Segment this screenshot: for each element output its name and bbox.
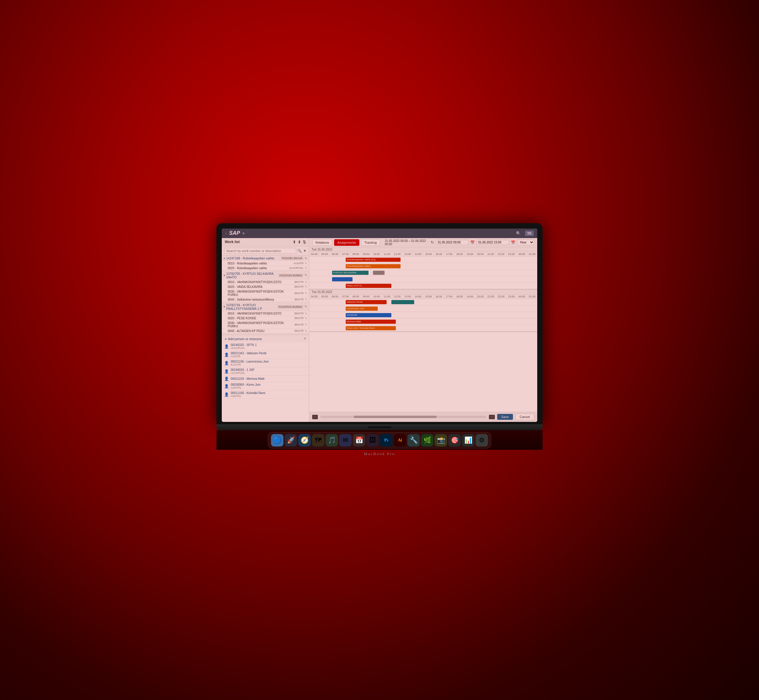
time-15: 15:00: [423, 252, 434, 256]
nav-prev-btn[interactable]: ‹: [312, 415, 318, 419]
cancel-button[interactable]: Cancel: [515, 414, 534, 420]
person-item-7[interactable]: 👤 00011168 - Kivimäki Rami A3MTR1: [222, 391, 309, 399]
tab-relations[interactable]: Relations: [312, 239, 333, 246]
work-item-1-title: 14247188 - Robotikaapelien vaihto: [226, 256, 280, 260]
date-to-input[interactable]: [476, 240, 509, 245]
upload-icon[interactable]: ⬆: [293, 240, 296, 244]
dock-icon-finder[interactable]: 🔵: [271, 434, 283, 447]
dock-icon-app4[interactable]: 🌿: [421, 434, 433, 447]
work-sub-item-3-2[interactable]: 0020 - PESE KOHDE BM1TR ✎: [222, 316, 309, 321]
dock-icon-launchpad[interactable]: 🚀: [285, 434, 297, 447]
work-sub-item-2-3[interactable]: 0030 - VAHINKOKAYNISTYKSEN ESTON PURKU B…: [222, 289, 309, 297]
add-person-bar[interactable]: + Add person or resource ↗: [222, 335, 309, 342]
gantt-section-2: Tue 31.05.2022 04:00 05:00 06:00 07:00 0…: [309, 290, 537, 332]
tab-tracking[interactable]: Tracking: [361, 239, 380, 246]
gantt-bar-person-2[interactable]: Lamminsivu Joni: [346, 306, 378, 311]
save-button[interactable]: Save: [497, 414, 513, 420]
refresh-icon[interactable]: ↻: [431, 240, 434, 245]
person-item-6[interactable]: 👤 00030069 - Kirmo Joni A2MTR1: [222, 382, 309, 391]
search-icon[interactable]: 🔍: [514, 230, 523, 236]
nav-back-arrow[interactable]: ‹: [225, 231, 227, 236]
dock-icon-app5[interactable]: 📸: [435, 434, 447, 447]
dock-icon-mail[interactable]: ✉: [339, 434, 351, 447]
date-from-input[interactable]: [436, 240, 469, 245]
dock-icon-app6[interactable]: 🎯: [448, 434, 461, 447]
person-item-2[interactable]: 👤 00021343 - Valtonen Pentti A25ATR: [222, 351, 309, 359]
gantt-bar-blue-1[interactable]: [332, 277, 353, 281]
dock-icon-photos[interactable]: 🖼: [367, 434, 379, 447]
work-sub-item-1-2[interactable]: 0020 - Robotikaapelien vaihto ULKOPUOL ✎: [222, 266, 309, 271]
gantt-bar-person-1b[interactable]: [391, 300, 414, 304]
gantt-row-content-2-4: Merinea Matti: [309, 319, 537, 325]
dock-icon-app3[interactable]: 🔧: [408, 434, 420, 447]
work-sub-item-3-1[interactable]: 0010 - VAHINKOKAYNISTYKSEN ESTO BM1TR ✎: [222, 311, 309, 316]
time-17: 17:00: [444, 252, 454, 256]
time-14: 14:00: [413, 252, 423, 256]
scroll-area[interactable]: [320, 416, 487, 418]
person-item-3[interactable]: 👤 00021195 - Lamminsivu Joni E1SATR: [222, 359, 309, 367]
work-list-items: ▾ 14247188 - Robotikaapelien vaihto P222…: [222, 256, 309, 335]
dock-icon-photoshop[interactable]: Ps: [380, 434, 392, 447]
work-item-2-header[interactable]: ▾ 13782705 - KYRTUO SELKAVIRA VAHTO P222…: [222, 271, 309, 280]
person-item-1[interactable]: 👤 00240325 - SPTK 1 ULKOPUOL: [222, 342, 309, 351]
work-sub-item-3-3[interactable]: 0030 - VAHINKOKAYNISTYKSEN ESTON PURKU B…: [222, 321, 309, 329]
nav-dropdown-arrow[interactable]: ▾: [242, 231, 245, 236]
gantt-bar-person-1[interactable]: Valtonen Pentti: [346, 300, 387, 304]
screen: ‹ SAP ▾ 🔍 TK Work list: [222, 228, 537, 422]
gantt-row-content-1-4: [309, 276, 537, 282]
work-item-1-edit[interactable]: ✎: [305, 256, 307, 260]
person-item-5[interactable]: 👤 00021229 - Merinea Matti: [222, 376, 309, 382]
dock-icon-app7[interactable]: 📊: [462, 434, 474, 447]
gantt-row-1-3: KYRTUO SELKAVIRA: [309, 269, 537, 276]
gantt-bar-gray-1[interactable]: [373, 271, 384, 275]
gantt-bar-person-3[interactable]: 00240028: [346, 313, 391, 317]
nav-next-btn[interactable]: ›: [489, 415, 495, 419]
user-badge[interactable]: TK: [525, 231, 534, 236]
work-item-3-title: 13782734 - KYRTUO PAALLYSTYSASEMA 1 P: [226, 303, 276, 311]
dock-icon-calendar[interactable]: 📅: [353, 434, 365, 447]
gantt-time-row-1: 04:00 05:00 06:00 07:00 08:00 09:00 10:0…: [309, 252, 537, 256]
person-item-4[interactable]: 👤 00240028 - 1 JSP ULKOPUOL: [222, 367, 309, 376]
person-icon-6: 👤: [224, 384, 229, 388]
gantt-bar-person-5[interactable]: Kirmo Joni / Kivimäki Rami: [346, 326, 396, 330]
calendar-from-icon[interactable]: 📅: [470, 241, 475, 245]
panel-title: Work list: [225, 240, 240, 244]
work-sub-item-1-1[interactable]: 0010 - Robotikaapelien vaihto A1SATR ✎: [222, 261, 309, 266]
time-23: 23:00: [506, 252, 517, 256]
download-icon[interactable]: ⬇: [298, 240, 301, 244]
work-item-1: ▾ 14247188 - Robotikaapelien vaihto P222…: [222, 256, 309, 271]
calendar-to-icon[interactable]: 📅: [511, 241, 515, 245]
dock-icon-safari[interactable]: 🧭: [298, 434, 311, 447]
work-item-3-header[interactable]: ▾ 13782734 - KYRTUO PAALLYSTYSASEMA 1 P …: [222, 302, 309, 311]
work-item-1-header[interactable]: ▾ 14247188 - Robotikaapelien vaihto P222…: [222, 256, 309, 261]
search-button-icon[interactable]: 🔍: [297, 249, 302, 253]
gantt-bar-teal-1[interactable]: KYRTUO SELKAVIRA: [332, 271, 369, 275]
gantt-bar-orange-1[interactable]: Robotikaapelien vaihto: [346, 264, 401, 268]
work-sub-item-2-2[interactable]: 0020 - VAIDA SELKAVIRA BM1TR ✎: [222, 284, 309, 289]
tab-assignments[interactable]: Assignments: [334, 239, 359, 246]
view-mode-select[interactable]: Hour Day Week: [517, 239, 534, 245]
gantt-row-1-5: PAALLYSTYS...: [309, 283, 537, 289]
work-sub-item-3-4[interactable]: 0040 - ALTAIDEN KP PESU BM1TR ✎: [222, 329, 309, 334]
gantt-bar-red-2[interactable]: PAALLYSTYS...: [346, 284, 391, 288]
dock-icon-illustrator[interactable]: Ai: [394, 434, 406, 447]
search-input[interactable]: [224, 248, 296, 254]
dock-icon-settings[interactable]: ⚙: [476, 434, 488, 447]
time-11: 11:00: [382, 252, 392, 256]
gantt-row-content-1-2: Robotikaapelien vaihto: [309, 263, 537, 269]
work-sub-item-2-4[interactable]: 0040 - Selkäviiren tarkastus/Albnoy BM1T…: [222, 297, 309, 302]
dock-icon-maps[interactable]: 🗺: [312, 434, 324, 447]
filter-button-icon[interactable]: ▼: [303, 249, 306, 253]
gantt-bar-red-1[interactable]: Robotikaapelien vaihto [A1]: [346, 258, 401, 262]
search-bar: 🔍 ▼: [222, 246, 309, 256]
dock: 🔵 🚀 🧭 🗺 🎵 ✉ 📅 🖼 P: [268, 432, 491, 448]
plus-icon: +: [225, 337, 226, 341]
sap-window: ‹ SAP ▾ 🔍 TK Work list: [222, 228, 537, 422]
filter-icon[interactable]: ⇅: [303, 240, 306, 244]
dock-icon-music[interactable]: 🎵: [326, 434, 338, 447]
work-sub-item-2-1[interactable]: 0010 - VAHINKOKAYNISTYKSEN ESTO BM1TR ✎: [222, 280, 309, 284]
gantt-bar-person-4[interactable]: Merinea Matti: [346, 320, 396, 324]
person-info-5: 00021229 - Merinea Matti: [231, 377, 306, 380]
gantt-row-content-2-2: Lamminsivu Joni: [309, 305, 537, 312]
export-icon[interactable]: ↗: [303, 337, 306, 341]
